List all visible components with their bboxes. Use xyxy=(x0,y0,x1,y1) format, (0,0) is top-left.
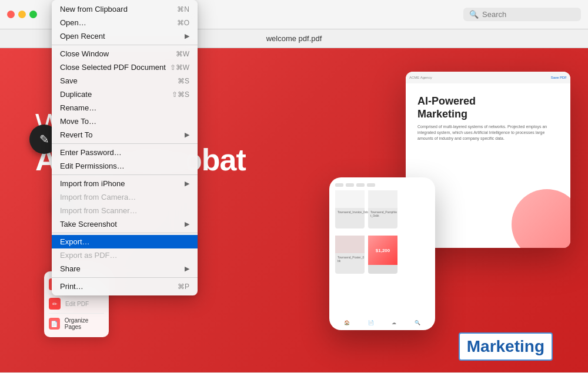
separator-4 xyxy=(52,233,198,233)
menu-item-import-iphone[interactable]: Import from iPhone ▶ xyxy=(52,177,198,190)
traffic-lights xyxy=(7,11,37,18)
open-shortcut: ⌘O xyxy=(177,19,189,27)
export-label: Export… xyxy=(60,237,90,246)
close-button[interactable] xyxy=(7,11,15,18)
take-screenshot-label: Take Screenshot xyxy=(60,220,117,228)
revert-to-arrow: ▶ xyxy=(185,131,189,139)
import-iphone-arrow: ▶ xyxy=(185,180,189,187)
organize-label: Organize Pages xyxy=(65,317,104,330)
save-label: Save xyxy=(60,76,78,85)
marketing-selection: Marketing xyxy=(459,332,553,361)
menu-item-take-screenshot[interactable]: Take Screenshot ▶ xyxy=(52,217,198,231)
print-shortcut: ⌘P xyxy=(178,283,189,291)
menu-item-duplicate[interactable]: Duplicate ⇧⌘S xyxy=(52,88,198,101)
organize-icon[interactable]: 📄 xyxy=(49,318,60,330)
edit-permissions-label: Edit Permissions… xyxy=(60,162,125,170)
separator-2 xyxy=(52,143,198,144)
duplicate-shortcut: ⇧⌘S xyxy=(172,90,189,99)
ai-card-title: AI-PoweredMarketing xyxy=(417,95,559,120)
menu-item-enter-password[interactable]: Enter Password… xyxy=(52,146,198,159)
print-label: Print… xyxy=(60,282,83,291)
tablet-header: ACME Agency Save PDF xyxy=(406,72,570,83)
rename-label: Rename… xyxy=(60,103,96,112)
ai-card: AI-PoweredMarketing Comprised of multi-l… xyxy=(410,88,566,149)
menu-item-print[interactable]: Print… ⌘P xyxy=(52,280,198,293)
search-bar[interactable]: 🔍 xyxy=(463,8,581,21)
device-phone: Townsend_Invoice_0xbk Townsend_Pamphle t… xyxy=(329,177,435,330)
separator-5 xyxy=(52,277,198,278)
menu-item-new-clipboard[interactable]: New from Clipboard ⌘N xyxy=(52,2,198,16)
phone-thumbs: Townsend_Invoice_0xbk Townsend_Pamphle t… xyxy=(335,190,429,274)
organize-pages-item[interactable]: 📄 Organize Pages xyxy=(49,315,104,332)
menu-item-export-pdf[interactable]: Export as PDF… xyxy=(52,248,198,262)
enter-password-label: Enter Password… xyxy=(60,148,122,157)
import-camera-label: Import from Camera… xyxy=(60,193,136,201)
menu-item-move-to[interactable]: Move To… xyxy=(52,115,198,128)
menu-item-open-recent[interactable]: Open Recent ▶ xyxy=(52,29,198,43)
ai-card-body: Comprised of multi-layered systems of ne… xyxy=(417,124,559,141)
menu-item-save[interactable]: Save ⌘S xyxy=(52,74,198,88)
move-to-label: Move To… xyxy=(60,117,96,126)
separator-1 xyxy=(52,45,198,45)
duplicate-label: Duplicate xyxy=(60,90,92,99)
minimize-button[interactable] xyxy=(18,11,26,18)
close-selected-label: Close Selected PDF Document xyxy=(60,63,166,72)
open-label: Open… xyxy=(60,18,86,27)
menu-item-rename[interactable]: Rename… xyxy=(52,101,198,115)
search-icon: 🔍 xyxy=(469,10,479,19)
phone-inner: Townsend_Invoice_0xbk Townsend_Pamphle t… xyxy=(329,177,435,280)
separator-3 xyxy=(52,174,198,175)
menu-item-close-window[interactable]: Close Window ⌘W xyxy=(52,47,198,61)
export-pdf-label: Export as PDF… xyxy=(60,251,118,260)
menu-item-import-scanner[interactable]: Import from Scanner… xyxy=(52,204,198,217)
import-iphone-label: Import from iPhone xyxy=(60,179,125,188)
new-clipboard-label: New from Clipboard xyxy=(60,5,128,14)
save-shortcut: ⌘S xyxy=(178,77,189,85)
edit-pdf-label: Edit PDF xyxy=(65,301,89,307)
edit-pdf-icon[interactable]: ✏ xyxy=(49,298,61,310)
devices-area: ACME Agency Save PDF AI-PoweredMarketing… xyxy=(323,72,570,330)
revert-to-label: Revert To xyxy=(60,130,92,139)
file-menu-dropdown[interactable]: New from Clipboard ⌘N Open… ⌘O Open Rece… xyxy=(52,0,198,295)
open-recent-arrow: ▶ xyxy=(185,32,189,40)
close-window-label: Close Window xyxy=(60,49,109,58)
menu-item-export[interactable]: Export… xyxy=(52,235,198,248)
open-recent-label: Open Recent xyxy=(60,32,105,41)
tab-title: welcome pdf.pdf xyxy=(266,34,322,43)
close-window-shortcut: ⌘W xyxy=(176,50,189,58)
search-input[interactable] xyxy=(482,10,564,19)
fullscreen-button[interactable] xyxy=(29,11,37,18)
import-scanner-label: Import from Scanner… xyxy=(60,206,138,215)
menu-item-close-selected[interactable]: Close Selected PDF Document ⇧⌘W xyxy=(52,61,198,74)
edit-pdf-item: ✏ Edit PDF xyxy=(49,295,104,312)
new-clipboard-shortcut: ⌘N xyxy=(177,5,189,14)
share-arrow: ▶ xyxy=(185,265,189,273)
menu-item-edit-permissions[interactable]: Edit Permissions… xyxy=(52,159,198,173)
menu-item-share[interactable]: Share ▶ xyxy=(52,262,198,275)
menu-item-revert-to[interactable]: Revert To ▶ xyxy=(52,128,198,142)
menu-item-import-camera[interactable]: Import from Camera… xyxy=(52,190,198,204)
close-selected-shortcut: ⇧⌘W xyxy=(170,63,189,72)
menu-item-open[interactable]: Open… ⌘O xyxy=(52,16,198,29)
share-label: Share xyxy=(60,264,81,273)
take-screenshot-arrow: ▶ xyxy=(185,220,189,228)
